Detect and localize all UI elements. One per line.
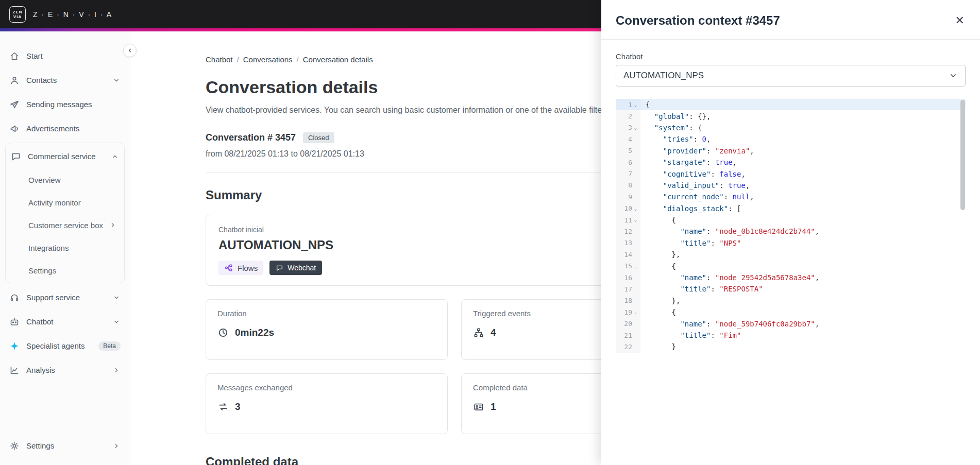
sidebar: Start Contacts Sending messages Advertis… [0,31,130,465]
editor-line[interactable]: 10⌄ "dialogs_stack": [ [616,203,966,214]
sidebar-item-commercial-service[interactable]: Commercial service [6,144,124,168]
chevron-up-icon [111,152,119,161]
sidebar-item-label: Contacts [26,76,106,84]
sidebar-item-start[interactable]: Start [0,44,130,68]
sidebar-subitem-label: Customer service box [28,221,109,230]
sidebar-item-settings-sub[interactable]: Settings [6,259,124,282]
chevron-down-icon [112,318,121,326]
editor-line[interactable]: 16 "name": "node_29542d5a5678a3e4", [616,272,966,283]
breadcrumb-separator: / [297,55,299,64]
chatbot-select-label: Chatbot [616,52,966,61]
sidebar-subitem-label: Overview [28,176,117,184]
chevron-right-icon [112,442,121,450]
headset-icon [9,292,20,303]
sidebar-subitem-label: Settings [28,266,117,275]
chevron-left-icon [126,47,133,54]
sidebar-item-label: Analysis [26,366,106,374]
sidebar-item-sending-messages[interactable]: Sending messages [0,92,130,116]
flows-tag[interactable]: Flows [218,261,263,275]
editor-line[interactable]: 18 }, [616,295,966,306]
editor-line[interactable]: 9 "current_node": null, [616,191,966,202]
analysis-icon [9,365,20,375]
webchat-tag-label: Webchat [288,264,316,272]
megaphone-icon [9,124,20,134]
sidebar-item-support-service[interactable]: Support service [0,285,130,309]
sidebar-item-advertisements[interactable]: Advertisements [0,116,130,141]
status-badge: Closed [303,132,334,143]
chevron-down-icon [949,71,958,80]
stat-card-messages-exchanged: Messages exchanged 3 [206,373,448,434]
editor-line[interactable]: 11⌄ { [616,214,966,226]
sidebar-item-analysis[interactable]: Analysis [0,358,130,382]
close-icon[interactable]: ✕ [955,15,965,26]
chevron-down-icon [112,76,121,84]
brand-name: Z · E · N · V · I · A [33,10,112,19]
stat-value: 3 [235,401,241,412]
sidebar-item-specialist-agents[interactable]: Specialist agents Beta [0,334,130,358]
send-icon [9,99,20,110]
chatbot-select[interactable]: AUTOMATION_NPS [616,65,966,87]
logo-line2: VIA [13,14,22,19]
sidebar-item-settings[interactable]: Settings [0,434,130,458]
editor-line[interactable]: 8 "valid_input": true, [616,180,966,191]
editor-line[interactable]: 13 "title": "NPS" [616,237,966,249]
contacts-icon [9,75,20,85]
chat-icon [11,151,21,162]
editor-scrollbar-thumb[interactable] [960,100,965,210]
sidebar-collapse-button[interactable] [123,44,137,57]
panel-title: Conversation context #3457 [616,13,780,28]
home-icon [9,51,20,61]
chevron-right-icon [109,221,117,229]
breadcrumb-chatbot[interactable]: Chatbot [206,55,233,64]
editor-line[interactable]: 15⌄ { [616,260,966,271]
editor-line[interactable]: 14 }, [616,249,966,260]
editor-line[interactable]: 5 "provider": "zenvia", [616,145,966,157]
editor-line[interactable]: 2 "global": {}, [616,110,966,122]
editor-line[interactable]: 7 "cognitive": false, [616,168,966,179]
breadcrumb-current: Conversation details [303,55,373,64]
sidebar-item-label: Sending messages [26,100,121,109]
sidebar-subitem-label: Integrations [28,244,117,252]
editor-line[interactable]: 4 "tries": 0, [616,133,966,145]
flows-tag-label: Flows [238,264,258,272]
editor-line[interactable]: 20 "name": "node_59b7406fc0a29bb7", [616,318,966,329]
sidebar-item-activity-monitor[interactable]: Activity monitor [6,191,124,214]
sidebar-item-contacts[interactable]: Contacts [0,68,130,92]
editor-line[interactable]: 21 "title": "Fim" [616,330,966,341]
sidebar-item-label: Support service [26,293,106,302]
chevron-down-icon [112,294,121,302]
editor-line[interactable]: 12 "name": "node_0b1c8e424dc2b744", [616,226,966,237]
exchange-icon [217,401,229,412]
id-card-icon [473,401,484,412]
sidebar-item-chatbot[interactable]: Chatbot [0,309,130,334]
chevron-right-icon [112,366,121,374]
editor-line[interactable]: 17 "title": "RESPOSTA" [616,283,966,295]
stat-value: 1 [491,401,496,412]
sidebar-item-integrations[interactable]: Integrations [6,236,124,259]
sidebar-item-label: Chatbot [26,317,106,326]
webchat-tag[interactable]: Webchat [269,261,322,275]
sidebar-subitem-label: Activity monitor [28,198,117,207]
sidebar-item-label: Specialist agents [26,341,92,350]
stat-value: 0min22s [235,327,274,338]
conversation-title: Conversation # 3457 [206,132,296,143]
json-editor[interactable]: 1⌄{2 "global": {},3⌄ "system": {4 "tries… [616,99,966,353]
stat-card-duration: Duration 0min22s [206,299,448,360]
sidebar-item-customer-service-box[interactable]: Customer service box [6,214,124,236]
stat-value: 4 [491,327,496,338]
events-icon [473,327,484,338]
editor-line[interactable]: 19⌄ { [616,306,966,318]
editor-line[interactable]: 22 } [616,341,966,352]
editor-line[interactable]: 3⌄ "system": { [616,122,966,133]
logo-line1: ZEN [13,10,23,14]
zenvia-logo-icon[interactable]: ZEN VIA [9,6,26,23]
editor-line[interactable]: 1⌄{ [616,99,966,110]
editor-line[interactable]: 6 "stargate": true, [616,157,966,168]
bot-icon [9,317,20,327]
sidebar-item-label: Start [26,51,121,60]
sidebar-item-overview[interactable]: Overview [6,168,124,191]
sidebar-item-label: Advertisements [26,124,121,133]
breadcrumb-conversations[interactable]: Conversations [243,55,293,64]
clock-icon [217,327,229,338]
stat-label: Messages exchanged [217,383,436,392]
